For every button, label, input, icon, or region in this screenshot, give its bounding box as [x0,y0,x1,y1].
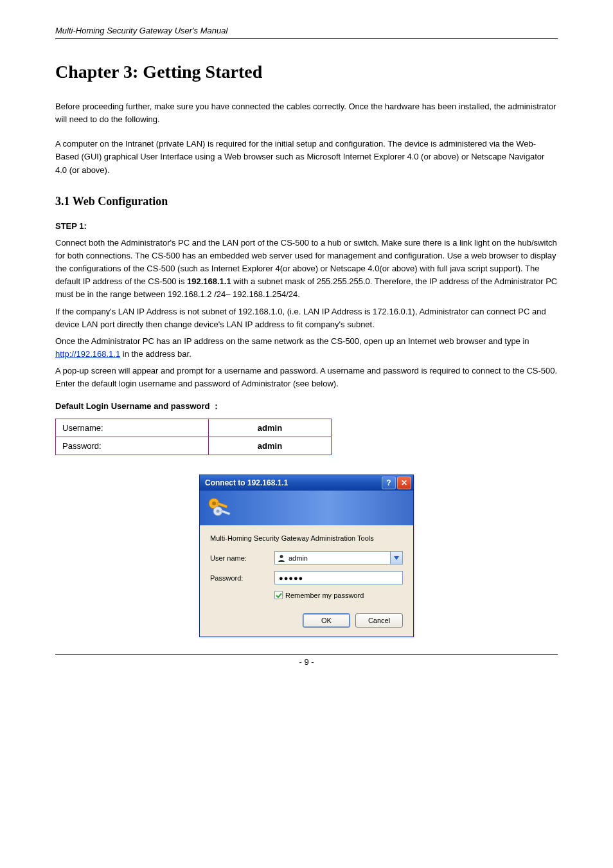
step1-sub2b: in the address bar. [120,349,191,359]
dialog-body: Multi-Homing Security Gateway Administra… [200,525,413,637]
username-value: admin [289,554,390,562]
dialog-banner [200,491,413,525]
page-header: Multi-Homing Security Gateway User's Man… [55,26,558,35]
default-ip-link[interactable]: http://192.168.1.1 [55,349,120,359]
dialog-titlebar: Connect to 192.168.1.1 ? ✕ [200,475,413,491]
check-icon [276,592,282,599]
remember-label: Remember my password [285,592,364,599]
chapter-title: Chapter 3: Getting Started [55,62,558,82]
password-label-cell: Password: [56,437,209,455]
svg-point-1 [212,502,216,505]
step1-text: Connect both the Administrator's PC and … [55,237,558,302]
step1-label: STEP 1: [55,221,87,231]
remember-checkbox[interactable] [274,591,283,599]
cred-label: Default Login Username and password ： [55,401,558,412]
page-number: - 9 - [55,657,558,667]
password-value-cell: admin [209,437,332,455]
section-title: 3.1 Web Configuration [55,195,558,208]
ok-button[interactable]: OK [303,613,350,628]
step1-sub1: If the company's LAN IP Address is not s… [55,305,558,331]
cancel-button[interactable]: Cancel [355,613,403,628]
password-mask: ●●●●● [279,574,303,582]
close-icon: ✕ [401,478,407,487]
user-icon [277,554,286,563]
help-button[interactable]: ? [382,476,396,489]
dialog-realm: Multi-Homing Security Gateway Administra… [210,534,403,542]
chevron-down-icon [394,556,399,560]
help-icon: ? [386,478,391,487]
footer-rule [55,654,558,655]
table-row: Password: admin [56,437,332,455]
svg-rect-5 [221,510,230,515]
username-label: User name: [210,554,274,562]
username-dropdown-button[interactable] [390,552,402,564]
username-label-cell: Username: [56,419,209,437]
username-value-cell: admin [209,419,332,437]
svg-point-6 [280,555,283,558]
svg-point-4 [217,510,220,513]
keys-icon [205,493,235,523]
table-row: Username: admin [56,419,332,437]
password-label: Password: [210,574,274,582]
step1: STEP 1: [55,220,558,233]
username-field[interactable]: admin [274,551,403,565]
step1-sub2a: Once the Administrator PC has an IP addr… [55,336,529,346]
step1-sub3: A pop-up screen will appear and prompt f… [55,365,558,390]
dialog-title: Connect to 192.168.1.1 [205,478,288,487]
header-rule [55,38,558,39]
credential-table: Username: admin Password: admin [55,419,332,455]
step1-sub2: Once the Administrator PC has an IP addr… [55,335,558,361]
step1-ip: 192.168.1.1 [187,276,231,286]
intro-paragraph-2: A computer on the Intranet (private LAN)… [55,138,558,176]
intro-paragraph-1: Before proceeding further, make sure you… [55,100,558,126]
password-field[interactable]: ●●●●● [274,571,403,584]
close-button[interactable]: ✕ [397,476,411,489]
header-left: Multi-Homing Security Gateway User's Man… [55,26,227,35]
auth-dialog: Connect to 192.168.1.1 ? ✕ [199,475,414,637]
